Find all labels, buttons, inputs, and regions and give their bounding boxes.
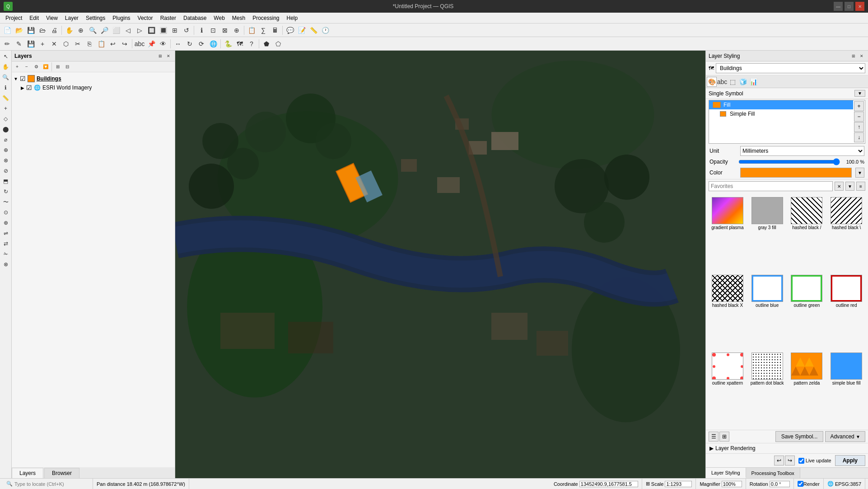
delete-ring-tool[interactable]: ⊗ (1, 155, 11, 165)
menu-web[interactable]: Web (210, 14, 228, 22)
coordinate-input[interactable] (579, 481, 638, 487)
show-hide-label-button[interactable]: 👁 (158, 38, 168, 49)
grid-view-button[interactable]: ⊞ (719, 432, 729, 442)
tab-processing-toolbox[interactable]: Processing Toolbox (746, 468, 800, 478)
tab-browser[interactable]: Browser (44, 468, 79, 478)
move-up-button[interactable]: ↑ (854, 122, 864, 132)
scale-input[interactable] (665, 481, 692, 487)
new-project-button[interactable]: 📄 (2, 25, 13, 36)
remove-layer-button[interactable]: ✕ (49, 38, 60, 49)
favorites-search-input[interactable] (709, 181, 833, 191)
simplify-tool[interactable]: 〜 (1, 197, 11, 207)
close-button[interactable]: ✕ (855, 2, 864, 11)
favorites-clear-button[interactable]: ✕ (835, 182, 844, 191)
color-picker-bar[interactable] (740, 168, 852, 178)
label-button[interactable]: abc (134, 38, 145, 49)
save-edits-button[interactable]: 💾 (25, 38, 36, 49)
fill-ring-tool[interactable]: ⬤ (1, 124, 11, 134)
rotation-input[interactable] (770, 481, 790, 487)
fav-item-pattern-zelda[interactable]: pattern zelda (787, 350, 827, 428)
add-part-tool[interactable]: ⊕ (1, 218, 11, 228)
change-label-button[interactable]: ⟳ (196, 38, 207, 49)
menu-raster[interactable]: Raster (157, 14, 180, 22)
pan-tool[interactable]: ✋ (1, 62, 11, 72)
split-parts-tool[interactable]: ⊕ (1, 145, 11, 155)
styling-close-button[interactable]: ✕ (858, 52, 865, 60)
field-calc-button[interactable]: 🖩 (270, 25, 280, 36)
zoom-in-tool[interactable]: 🔍 (1, 72, 11, 82)
maximize-button[interactable]: □ (845, 2, 854, 11)
deselect-button[interactable]: ⊠ (219, 25, 230, 36)
measure-tool[interactable]: 📏 (1, 93, 11, 103)
rotate-label-button[interactable]: ↻ (184, 38, 195, 49)
help-button[interactable]: ? (246, 38, 257, 49)
magnifier-input[interactable] (722, 481, 742, 487)
copy-feature-button[interactable]: ⎘ (84, 38, 95, 49)
layers-expand-button[interactable]: ⊞ (157, 52, 164, 60)
zoom-last-button[interactable]: ◁ (122, 25, 133, 36)
fav-item-simple-blue-fill[interactable]: simple blue fill (826, 350, 866, 428)
menu-processing[interactable]: Processing (249, 14, 283, 22)
pan-button[interactable]: ✋ (64, 25, 75, 36)
select-location-button[interactable]: ⊕ (231, 25, 242, 36)
measure-button[interactable]: 📏 (308, 25, 319, 36)
menu-help[interactable]: Help (283, 14, 302, 22)
temporal-button[interactable]: 🕐 (320, 25, 331, 36)
offset-tool[interactable]: ⇌ (1, 228, 11, 238)
layer-checkbox-buildings[interactable]: ☑ (20, 75, 26, 82)
tab-layers[interactable]: Layers (12, 468, 43, 478)
tab-layer-styling[interactable]: Layer Styling (706, 468, 746, 478)
remove-layer-panel-button[interactable]: − (22, 62, 31, 71)
menu-edit[interactable]: Edit (26, 14, 42, 22)
current-edits-button[interactable]: ✏ (2, 38, 13, 49)
map-area[interactable] (175, 51, 705, 478)
fav-item-hashed-black-x[interactable]: hashed black X (708, 273, 747, 350)
print-button[interactable]: 🖨 (49, 25, 60, 36)
add-symbol-layer-button[interactable]: + (854, 101, 864, 111)
render-checkbox[interactable] (798, 481, 803, 487)
search-input[interactable] (14, 481, 82, 487)
style-mask-tab[interactable]: ⬚ (728, 77, 737, 87)
paste-feature-button[interactable]: 📋 (96, 38, 107, 49)
save-as-button[interactable]: 🗁 (37, 25, 48, 36)
add-layer-button[interactable]: + (37, 38, 48, 49)
save-symbol-button[interactable]: Save Symbol... (775, 431, 824, 442)
undo-styling-button[interactable]: ↩ (774, 456, 784, 465)
symbol-tree-fill-item[interactable]: Fill (709, 100, 853, 109)
browser-button[interactable]: 🗺 (234, 38, 245, 49)
menu-plugins[interactable]: Plugins (109, 14, 134, 22)
edit-node-tool[interactable]: ◇ (1, 114, 11, 124)
zoom-in-button[interactable]: 🔍 (87, 25, 98, 36)
python-console-button[interactable]: 🐍 (223, 38, 233, 49)
filter-layer-button[interactable]: 🔽 (41, 62, 50, 71)
toggle-editing-button[interactable]: ✎ (14, 38, 24, 49)
undo-button[interactable]: ↩ (107, 38, 118, 49)
add-feature-tool[interactable]: + (1, 103, 11, 113)
collapse-all-button[interactable]: ⊟ (63, 62, 72, 71)
open-project-button[interactable]: 📂 (14, 25, 24, 36)
zoom-selection-button[interactable]: 🔳 (158, 25, 168, 36)
trim-tool[interactable]: ✁ (1, 249, 11, 259)
split-feature-tool[interactable]: ⌀ (1, 135, 11, 145)
select-button[interactable]: ⊡ (208, 25, 219, 36)
layer-item-buildings[interactable]: ▼ ☑ Buildings (12, 74, 175, 83)
digitize-tool-button[interactable]: ⬟ (261, 38, 272, 49)
georef-button[interactable]: 🌐 (208, 38, 219, 49)
save-project-button[interactable]: 💾 (25, 25, 36, 36)
symbol-tree-simple-fill-item[interactable]: Simple Fill (709, 109, 853, 118)
style-3d-tab[interactable]: 🧊 (738, 77, 748, 87)
map-tips-button[interactable]: 💬 (285, 25, 295, 36)
layer-item-esri[interactable]: ▶ ☑ 🌐 ESRI World Imagery (12, 83, 175, 92)
style-paint-tab[interactable]: 🎨 (707, 77, 717, 87)
rotate-tool[interactable]: ↻ (1, 187, 11, 197)
unit-select[interactable]: Millimeters Pixels Points Map units (740, 146, 864, 156)
zoom-layer-button[interactable]: 🔲 (146, 25, 157, 36)
add-ring-tool[interactable]: ⊙ (1, 207, 11, 217)
expand-all-button[interactable]: ⊞ (53, 62, 62, 71)
style-label-tab[interactable]: abc (717, 77, 727, 87)
reverse-tool[interactable]: ⇄ (1, 239, 11, 249)
menu-vector[interactable]: Vector (134, 14, 157, 22)
layers-close-button[interactable]: ✕ (165, 52, 172, 60)
color-dropdown-button[interactable]: ▼ (855, 168, 864, 178)
favorites-more-button[interactable]: ▼ (845, 182, 854, 191)
